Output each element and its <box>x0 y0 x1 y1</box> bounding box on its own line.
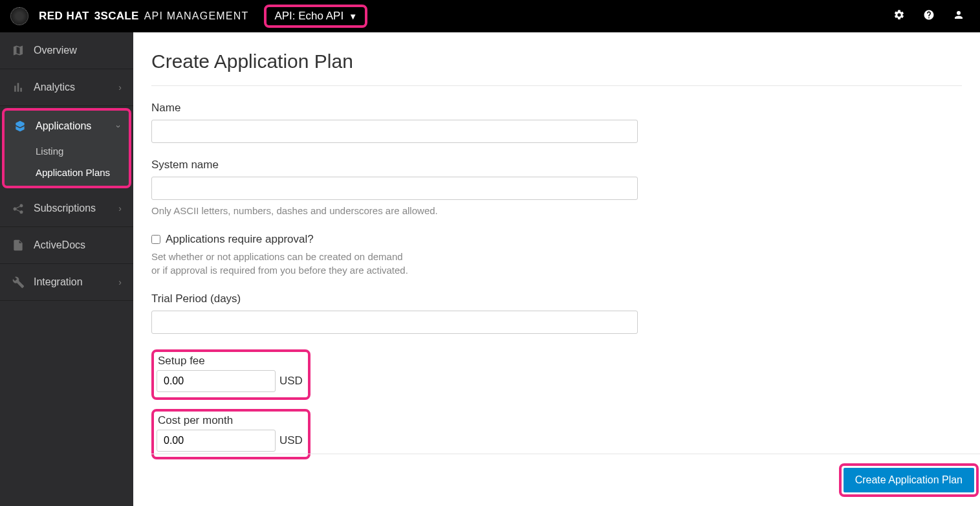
name-label: Name <box>151 102 638 115</box>
system-name-input[interactable] <box>151 177 638 200</box>
chevron-down-icon: › <box>113 125 123 127</box>
map-icon <box>12 44 25 57</box>
footer-actions: Create Application Plan <box>151 454 980 506</box>
logo-icon <box>10 7 28 25</box>
sidebar-item-overview[interactable]: Overview <box>0 32 133 69</box>
approval-label: Applications require approval? <box>166 233 314 246</box>
sidebar-item-integration[interactable]: Integration › <box>0 264 133 301</box>
main-content: Create Application Plan Name System name… <box>133 32 980 506</box>
cubes-icon <box>14 120 27 133</box>
name-field-group: Name <box>151 102 638 143</box>
submit-highlight: Create Application Plan <box>839 463 979 497</box>
brand: RED HAT 3SCALE API MANAGEMENT <box>39 10 248 23</box>
create-application-plan-button[interactable]: Create Application Plan <box>844 468 974 492</box>
page-title: Create Application Plan <box>151 50 962 72</box>
cost-per-month-input[interactable] <box>157 430 276 452</box>
approval-checkbox[interactable] <box>151 235 160 244</box>
create-plan-form: Name System name Only ASCII letters, num… <box>151 102 638 468</box>
share-icon <box>12 202 25 215</box>
sidebar-item-applications[interactable]: Applications › <box>5 111 129 140</box>
trial-period-input[interactable] <box>151 311 638 334</box>
chevron-right-icon: › <box>118 82 122 93</box>
sidebar-item-activedocs[interactable]: ActiveDocs <box>0 227 133 264</box>
trial-period-field-group: Trial Period (days) <box>151 292 638 334</box>
brand-redhat: RED HAT <box>39 10 89 23</box>
trial-period-label: Trial Period (days) <box>151 292 638 305</box>
brand-3scale: 3SCALE <box>94 10 139 23</box>
gear-icon[interactable] <box>893 9 905 23</box>
cost-per-month-label: Cost per month <box>158 414 303 427</box>
system-name-label: System name <box>151 159 638 171</box>
approval-hint: Set whether or not applications can be c… <box>151 250 638 277</box>
setup-fee-label: Setup fee <box>158 355 303 368</box>
brand-api-mgmt: API MANAGEMENT <box>144 10 249 22</box>
currency-label: USD <box>279 375 303 388</box>
chevron-right-icon: › <box>118 277 122 287</box>
sidebar-item-subscriptions[interactable]: Subscriptions › <box>0 190 133 227</box>
sidebar-item-label: Analytics <box>34 82 75 93</box>
chevron-right-icon: › <box>118 203 122 214</box>
currency-label: USD <box>279 434 303 447</box>
sidebar-item-label: Application Plans <box>36 167 110 178</box>
sidebar-item-label: Integration <box>34 276 83 288</box>
sidebar-item-label: Applications <box>36 120 91 132</box>
sidebar-subitem-listing[interactable]: Listing <box>5 140 129 162</box>
setup-fee-input[interactable] <box>157 370 276 392</box>
sidebar: Overview Analytics › Applications › List… <box>0 32 133 506</box>
top-header: RED HAT 3SCALE API MANAGEMENT API: Echo … <box>0 0 980 32</box>
header-actions <box>893 9 964 23</box>
divider <box>151 85 962 86</box>
system-name-hint: Only ASCII letters, numbers, dashes and … <box>151 204 638 217</box>
sidebar-item-label: Overview <box>34 45 77 56</box>
name-input[interactable] <box>151 120 638 143</box>
approval-field-group: Applications require approval? Set wheth… <box>151 233 638 277</box>
chart-icon <box>12 81 25 94</box>
chevron-down-icon: ▼ <box>349 12 357 21</box>
sidebar-group-applications: Applications › Listing Application Plans <box>2 108 131 188</box>
sidebar-subitem-application-plans[interactable]: Application Plans <box>5 162 129 186</box>
user-icon[interactable] <box>953 9 964 23</box>
sidebar-item-analytics[interactable]: Analytics › <box>0 69 133 106</box>
system-name-field-group: System name Only ASCII letters, numbers,… <box>151 159 638 217</box>
help-icon[interactable] <box>923 9 935 23</box>
setup-fee-field-group: Setup fee USD <box>151 349 638 409</box>
file-icon <box>12 239 25 252</box>
api-selector-label: API: Echo API <box>274 10 343 23</box>
sidebar-item-label: Listing <box>36 146 63 157</box>
sidebar-item-label: ActiveDocs <box>34 239 85 251</box>
sidebar-item-label: Subscriptions <box>34 203 96 214</box>
api-selector-dropdown[interactable]: API: Echo API ▼ <box>264 5 367 28</box>
wrench-icon <box>12 276 25 289</box>
